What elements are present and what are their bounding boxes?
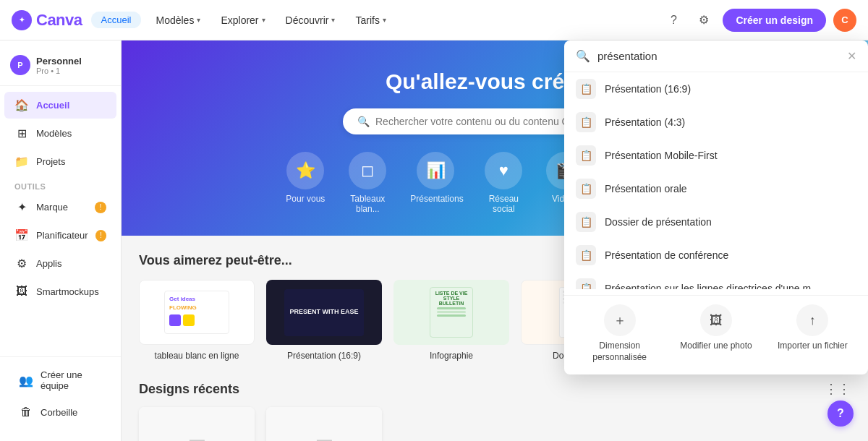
calendar-icon: 📅 — [14, 228, 29, 242]
sidebar-item-marque[interactable]: ✦ Marque ! — [4, 194, 116, 220]
dropdown-item-6[interactable]: 📋 Présentation de conférence — [564, 239, 868, 272]
dropdown-item-label: Présentation de conférence — [605, 249, 728, 261]
nav-tab-decouvrir[interactable]: Découvrir ▾ — [280, 12, 341, 29]
sidebar-create-team-label: Créer une équipe — [41, 369, 102, 391]
quick-action-tableaux[interactable]: ◻ Tableaux blan... — [342, 152, 393, 214]
sidebar-item-modeles[interactable]: ⊞ Modèles — [4, 120, 116, 147]
card-thumb-pres: PRESENT WITH EASE — [266, 280, 382, 345]
presentation-item-icon-5: 📋 — [576, 212, 596, 232]
dropdown-item-5[interactable]: 📋 Dossier de présentation — [564, 205, 868, 239]
badge: ! — [95, 202, 106, 213]
home-icon: 🏠 — [14, 98, 29, 112]
presentation-item-icon-6: 📋 — [576, 245, 596, 265]
quick-action-pour-vous-label: Pour vous — [286, 194, 325, 204]
recent-card-sans-titre[interactable]: ⊞ Sans titre Présentation — [139, 407, 255, 441]
nav-tab-modeles[interactable]: Modèles ▾ — [150, 12, 206, 29]
nav-tab-explorer[interactable]: Explorer ▾ — [215, 12, 271, 29]
avatar[interactable]: C — [833, 9, 856, 32]
dropdown-action-dimension-label: Dimension personnalisée — [576, 341, 663, 363]
chevron-down-icon: ▾ — [383, 16, 386, 24]
quick-action-presentations[interactable]: 📊 Présentations — [410, 152, 461, 214]
card-label: Présentation (16:9) — [266, 351, 382, 361]
social-icon: ♥ — [485, 152, 522, 189]
mockup-icon: 🖼 — [14, 285, 29, 298]
nav-tab-accueil[interactable]: Accueil — [91, 12, 142, 28]
search-icon-dropdown: 🔍 — [576, 49, 590, 63]
quick-action-pour-vous[interactable]: ⭐ Pour vous — [286, 152, 325, 214]
sidebar-item-accueil-label: Accueil — [36, 100, 69, 111]
create-design-button[interactable]: Créer un design — [723, 9, 826, 32]
card-label: Infographie — [393, 351, 509, 361]
logo-icon: ✦ — [12, 10, 32, 30]
brand-icon: ✦ — [14, 200, 29, 214]
close-icon[interactable]: ✕ — [847, 49, 856, 63]
sidebar-item-marque-label: Marque — [36, 202, 68, 213]
nav-tab-tarifs[interactable]: Tarifs ▾ — [349, 12, 391, 29]
search-icon: 🔍 — [357, 116, 370, 127]
user-info: Personnel Pro • 1 — [36, 56, 111, 75]
quick-action-reseau[interactable]: ♥ Réseau social — [478, 152, 529, 214]
sidebar-item-modeles-label: Modèles — [36, 128, 72, 139]
dropdown-item-2[interactable]: 📋 Présentation (4:3) — [564, 106, 868, 139]
chevron-down-icon: ▾ — [262, 16, 265, 24]
card-thumb-info: LISTE DE VIE STYLE BULLETIN — [393, 280, 509, 345]
dropdown-item-label: Présentation orale — [605, 183, 687, 194]
dropdown-item-4[interactable]: 📋 Présentation orale — [564, 172, 868, 205]
help-button[interactable]: ? — [827, 401, 854, 427]
sidebar-item-smartmockups-label: Smartmockups — [36, 286, 99, 297]
sidebar-item-planificateur-label: Planificateur — [36, 230, 88, 241]
dropdown-item-1[interactable]: 📋 Présentation (16:9) — [564, 72, 868, 106]
card-tableau-blanc[interactable]: Get ideas FLOWING tableau blanc en ligne — [139, 280, 255, 361]
search-dropdown: 🔍 ✕ 📋 Présentation (16:9) 📋 Présentation… — [564, 40, 868, 374]
presentation-item-icon-2: 📋 — [576, 112, 596, 132]
dropdown-action-edit-photo[interactable]: 🖼 Modifier une photo — [672, 304, 760, 363]
sidebar-item-accueil[interactable]: 🏠 Accueil — [4, 92, 116, 119]
recent-card-nouveau-livre[interactable]: ⊞ Présentation nouveau livre Présentatio… — [266, 407, 382, 441]
logo[interactable]: ✦ Canva — [12, 10, 82, 30]
card-label: tableau blanc en ligne — [139, 351, 255, 361]
sidebar-item-planificateur[interactable]: 📅 Planificateur ! — [4, 222, 116, 249]
star-icon: ⭐ — [286, 152, 324, 189]
dropdown-item-7[interactable]: 📋 Présentation sur les lignes directrice… — [564, 272, 868, 289]
sidebar-trash-label: Corbeille — [41, 407, 77, 418]
help-icon[interactable]: ? — [662, 9, 685, 32]
card-thumb-tableau: Get ideas FLOWING — [139, 280, 255, 345]
sidebar-user[interactable]: P Personnel Pro • 1 — [0, 49, 121, 86]
presentation-item-icon-7: 📋 — [576, 278, 596, 289]
dropdown-search-input[interactable] — [597, 50, 840, 62]
badge-plan: ! — [95, 230, 106, 241]
sidebar: P Personnel Pro • 1 🏠 Accueil ⊞ Modèles … — [0, 40, 122, 441]
card-presentation-169[interactable]: PRESENT WITH EASE Présentation (16:9) — [266, 280, 382, 361]
grid-icon: ⊞ — [187, 433, 207, 441]
dropdown-action-dimension[interactable]: ＋ Dimension personnalisée — [576, 304, 663, 363]
grid-icon-2: ⊞ — [315, 433, 334, 441]
dropdown-item-label: Présentation sur les lignes directrices … — [605, 283, 811, 289]
sidebar-item-projets-label: Projets — [36, 156, 65, 167]
sidebar-item-smartmockups[interactable]: 🖼 Smartmockups — [4, 278, 116, 304]
user-subtitle: Pro • 1 — [36, 67, 111, 75]
card-infographie[interactable]: LISTE DE VIE STYLE BULLETIN Infographie — [393, 280, 509, 361]
presentation-item-icon-3: 📋 — [576, 145, 596, 166]
edit-photo-icon: 🖼 — [700, 304, 732, 336]
chevron-down-icon: ▾ — [331, 16, 335, 24]
sidebar-item-create-team[interactable]: 👥 Créer une équipe — [9, 363, 112, 398]
settings-icon[interactable]: ⚙ — [692, 9, 715, 32]
recent-cards: ⊞ Sans titre Présentation ⊞ Présentation… — [139, 407, 851, 441]
sidebar-item-projets[interactable]: 📁 Projets — [4, 148, 116, 175]
dropdown-item-3[interactable]: 📋 Présentation Mobile-First — [564, 139, 868, 172]
dropdown-item-label: Présentation (4:3) — [605, 116, 685, 128]
sidebar-item-applis[interactable]: ⚙ Applis — [4, 250, 116, 277]
dropdown-actions: ＋ Dimension personnalisée 🖼 Modifier une… — [564, 295, 868, 366]
presentation-icon: 📊 — [417, 152, 454, 189]
sidebar-item-trash[interactable]: 🗑 Corbeille — [9, 399, 112, 425]
sidebar-tools-section: Outils — [0, 176, 121, 194]
more-options-icon[interactable]: ⋮⋮ — [825, 381, 851, 397]
user-name: Personnel — [36, 56, 111, 67]
dropdown-action-import[interactable]: ↑ Importer un fichier — [769, 304, 856, 363]
import-icon: ↑ — [796, 304, 828, 336]
user-avatar: P — [10, 55, 30, 75]
dropdown-item-label: Présentation (16:9) — [605, 83, 691, 95]
recent-thumb-1: ⊞ — [139, 407, 255, 441]
presentation-item-icon-4: 📋 — [576, 179, 596, 199]
quick-action-presentations-label: Présentations — [410, 194, 461, 204]
